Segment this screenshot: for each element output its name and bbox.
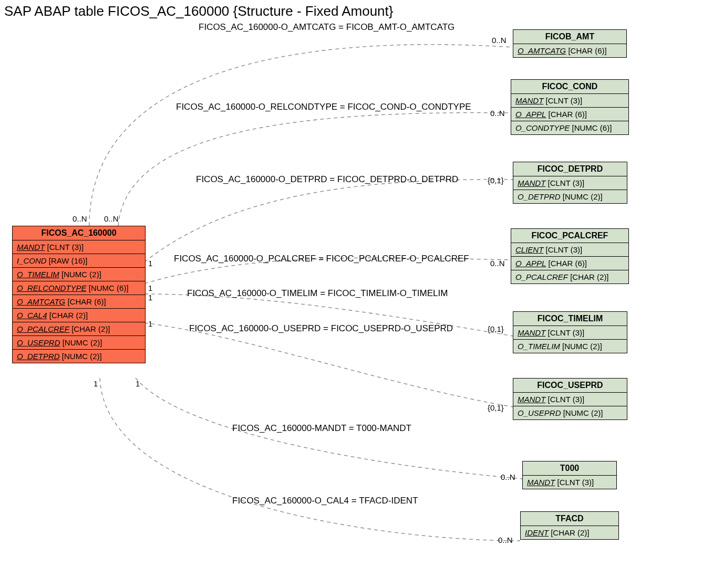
entity-t000: T000 MANDT [CLNT (3)] xyxy=(522,461,617,489)
cardinality: 0..N xyxy=(492,36,507,45)
entity-header: FICOB_AMT xyxy=(513,30,626,44)
entity-field: O_AMTCATG [CHAR (6)] xyxy=(513,44,626,57)
entity-header: FICOC_TIMELIM xyxy=(513,312,627,326)
entity-field: O_DETPRD [NUMC (2)] xyxy=(13,350,145,363)
entity-main: FICOS_AC_160000 MANDT [CLNT (3)] I_COND … xyxy=(12,226,146,363)
entity-field: O_CAL4 [CHAR (2)] xyxy=(13,309,145,322)
cardinality: 0..N xyxy=(104,214,119,223)
entity-field: MANDT [CLNT (3)] xyxy=(513,393,627,406)
entity-field: O_PCALCREF [CHAR (2)] xyxy=(13,322,145,336)
cardinality: {0,1} xyxy=(488,324,504,333)
entity-field: O_CONDTYPE [NUMC (6)] xyxy=(511,121,628,134)
cardinality: 1 xyxy=(94,379,98,388)
cardinality: 1 xyxy=(148,319,152,328)
cardinality: 0..N xyxy=(498,536,513,544)
entity-tfacd: TFACD IDENT [CHAR (2)] xyxy=(520,511,619,540)
entity-field: O_TIMELIM [NUMC (2)] xyxy=(13,268,145,281)
entity-field: IDENT [CHAR (2)] xyxy=(521,526,618,539)
cardinality: 0..N xyxy=(490,109,505,118)
entity-ficoc-cond: FICOC_COND MANDT [CLNT (3)] O_APPL [CHAR… xyxy=(511,79,629,135)
entity-main-header: FICOS_AC_160000 xyxy=(13,226,145,240)
entity-field: MANDT [CLNT (3)] xyxy=(511,94,628,108)
entity-header: FICOC_USEPRD xyxy=(513,379,627,393)
cardinality: 1 xyxy=(148,293,152,302)
relation-label: FICOS_AC_160000-O_AMTCATG = FICOB_AMT-O_… xyxy=(199,22,454,33)
entity-header: FICOC_PCALCREF xyxy=(511,229,628,243)
relation-label: FICOS_AC_160000-O_DETPRD = FICOC_DETPRD-… xyxy=(196,174,458,185)
cardinality: 1 xyxy=(136,379,140,388)
entity-field: O_APPL [CHAR (6)] xyxy=(511,108,628,121)
entity-header: FICOC_COND xyxy=(511,80,628,94)
cardinality: 1 xyxy=(148,259,152,268)
relation-label: FICOS_AC_160000-O_RELCONDTYPE = FICOC_CO… xyxy=(176,102,471,112)
relation-label: FICOS_AC_160000-O_TIMELIM = FICOC_TIMELI… xyxy=(187,288,448,299)
entity-ficoc-timelim: FICOC_TIMELIM MANDT [CLNT (3)] O_TIMELIM… xyxy=(513,311,627,353)
entity-ficoc-detprd: FICOC_DETPRD MANDT [CLNT (3)] O_DETPRD [… xyxy=(513,162,627,204)
relation-label: FICOS_AC_160000-MANDT = T000-MANDT xyxy=(232,423,411,434)
entity-field: MANDT [CLNT (3)] xyxy=(513,326,627,340)
cardinality: 0..N xyxy=(501,472,515,481)
entity-field: O_USEPRD [NUMC (2)] xyxy=(513,406,627,419)
entity-ficob-amt: FICOB_AMT O_AMTCATG [CHAR (6)] xyxy=(513,29,627,58)
cardinality: 0..N xyxy=(73,214,87,223)
cardinality: 1 xyxy=(148,284,152,292)
page-title: SAP ABAP table FICOS_AC_160000 {Structur… xyxy=(4,3,393,19)
entity-field: O_PCALCREF [CHAR (2)] xyxy=(511,270,628,284)
entity-field: MANDT [CLNT (3)] xyxy=(513,176,627,190)
entity-field: O_APPL [CHAR (6)] xyxy=(511,257,628,270)
entity-field: O_USEPRD [NUMC (2)] xyxy=(13,336,145,350)
entity-field: CLIENT [CLNT (3)] xyxy=(511,243,628,257)
entity-field: O_AMTCATG [CHAR (6)] xyxy=(13,295,145,309)
relation-label: FICOS_AC_160000-O_USEPRD = FICOC_USEPRD-… xyxy=(189,323,453,334)
entity-ficoc-pcalcref: FICOC_PCALCREF CLIENT [CLNT (3)] O_APPL … xyxy=(511,228,629,284)
entity-header: T000 xyxy=(523,461,616,476)
entity-field: O_TIMELIM [NUMC (2)] xyxy=(513,340,627,353)
relation-label: FICOS_AC_160000-O_PCALCREF = FICOC_PCALC… xyxy=(174,254,469,264)
relation-label: FICOS_AC_160000-O_CAL4 = TFACD-IDENT xyxy=(232,496,418,506)
entity-field: O_RELCONDTYPE [NUMC (6)] xyxy=(13,281,145,295)
entity-field: O_DETPRD [NUMC (2)] xyxy=(513,190,627,203)
cardinality: {0,1} xyxy=(488,176,504,185)
entity-ficoc-useprd: FICOC_USEPRD MANDT [CLNT (3)] O_USEPRD [… xyxy=(513,378,627,420)
entity-field: MANDT [CLNT (3)] xyxy=(523,476,616,489)
entity-field: MANDT [CLNT (3)] xyxy=(13,240,145,254)
entity-header: FICOC_DETPRD xyxy=(513,162,627,176)
entity-field: I_COND [RAW (16)] xyxy=(13,254,145,268)
cardinality: 0..N xyxy=(490,259,505,268)
cardinality: {0,1} xyxy=(488,403,504,412)
entity-header: TFACD xyxy=(521,512,618,526)
